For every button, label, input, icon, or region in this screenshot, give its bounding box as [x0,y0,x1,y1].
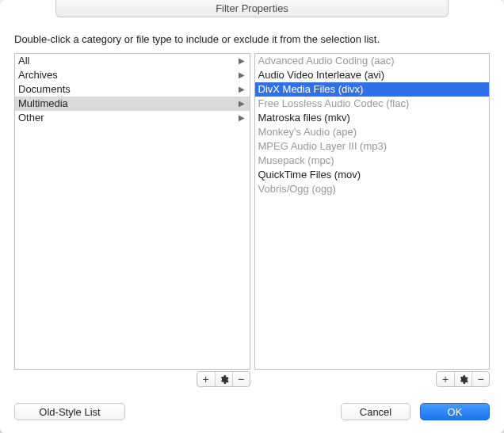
categories-pane: All▶Archives▶Documents▶Multimedia▶Other▶… [14,53,250,387]
cancel-button[interactable]: Cancel [341,403,410,420]
category-label: Archives [18,68,58,82]
ok-button[interactable]: OK [420,403,490,420]
filetypes-controls: + − [254,371,491,387]
filetype-row[interactable]: Monkey's Audio (ape) [255,125,490,139]
old-style-list-button[interactable]: Old-Style List [14,403,125,420]
filetype-label: Vobris/Ogg (ogg) [258,182,336,196]
filetypes-remove-button[interactable]: − [472,372,489,386]
filetypes-add-button[interactable]: + [437,372,454,386]
gear-icon [219,374,229,385]
category-row[interactable]: Archives▶ [15,68,250,82]
filetype-label: Audio Video Interleave (avi) [258,68,384,82]
window: Filter Properties Double-click a categor… [0,0,504,433]
filetype-label: DivX Media Files (divx) [258,82,364,97]
categories-settings-button[interactable] [215,372,232,386]
categories-remove-button[interactable]: − [232,372,250,386]
filetypes-settings-button[interactable] [454,372,472,386]
plus-icon: + [442,373,449,386]
filetype-label: Advanced Audio Coding (aac) [258,54,395,68]
filetype-label: Free Lossless Audio Codec (flac) [258,97,410,111]
gear-icon [458,374,468,385]
chevron-right-icon: ▶ [239,111,245,125]
instruction-text: Double-click a category or file type to … [14,33,490,45]
filetypes-control-group: + − [436,371,490,387]
panes: All▶Archives▶Documents▶Multimedia▶Other▶… [14,53,490,387]
button-label: Cancel [360,406,391,418]
filetype-row[interactable]: MPEG Audio Layer III (mp3) [255,139,490,154]
categories-control-group: + − [197,371,250,387]
category-row[interactable]: Other▶ [15,111,250,125]
category-label: Other [18,111,44,125]
filetype-row[interactable]: Musepack (mpc) [255,154,490,168]
category-row[interactable]: Multimedia▶ [15,97,250,111]
button-label: Old-Style List [39,406,100,418]
filetype-label: Musepack (mpc) [258,154,334,168]
category-label: Multimedia [18,97,68,111]
filetype-row[interactable]: Advanced Audio Coding (aac) [255,54,490,68]
chevron-right-icon: ▶ [239,54,245,68]
button-label: OK [448,406,463,418]
minus-icon: − [238,373,244,386]
filetype-row[interactable]: DivX Media Files (divx) [255,82,490,97]
filetype-row[interactable]: Free Lossless Audio Codec (flac) [255,97,490,111]
chevron-right-icon: ▶ [239,68,245,82]
categories-controls: + − [14,371,250,387]
category-label: All [18,54,29,68]
category-row[interactable]: All▶ [15,54,250,68]
plus-icon: + [202,373,208,386]
filetype-row[interactable]: Matroska files (mkv) [255,111,490,125]
titlebar: Filter Properties [55,0,449,17]
filetype-row[interactable]: QuickTime Files (mov) [255,168,490,182]
minus-icon: − [477,373,483,386]
category-label: Documents [18,82,71,97]
categories-list[interactable]: All▶Archives▶Documents▶Multimedia▶Other▶ [14,53,250,370]
filetype-label: QuickTime Files (mov) [258,168,361,182]
categories-add-button[interactable]: + [197,372,215,386]
category-row[interactable]: Documents▶ [15,82,250,97]
footer-right: Cancel OK [341,403,490,420]
filetypes-pane: Advanced Audio Coding (aac)Audio Video I… [254,53,491,387]
filetype-label: Monkey's Audio (ape) [258,125,357,139]
content: Double-click a category or file type to … [0,17,504,433]
chevron-right-icon: ▶ [239,82,245,97]
filetype-label: MPEG Audio Layer III (mp3) [258,139,388,154]
window-title: Filter Properties [216,2,288,14]
filetypes-list[interactable]: Advanced Audio Coding (aac)Audio Video I… [254,53,491,370]
filetype-label: Matroska files (mkv) [258,111,350,125]
filetype-row[interactable]: Vobris/Ogg (ogg) [255,182,490,196]
filetype-row[interactable]: Audio Video Interleave (avi) [255,68,490,82]
chevron-right-icon: ▶ [239,97,245,111]
footer: Old-Style List Cancel OK [14,403,490,420]
